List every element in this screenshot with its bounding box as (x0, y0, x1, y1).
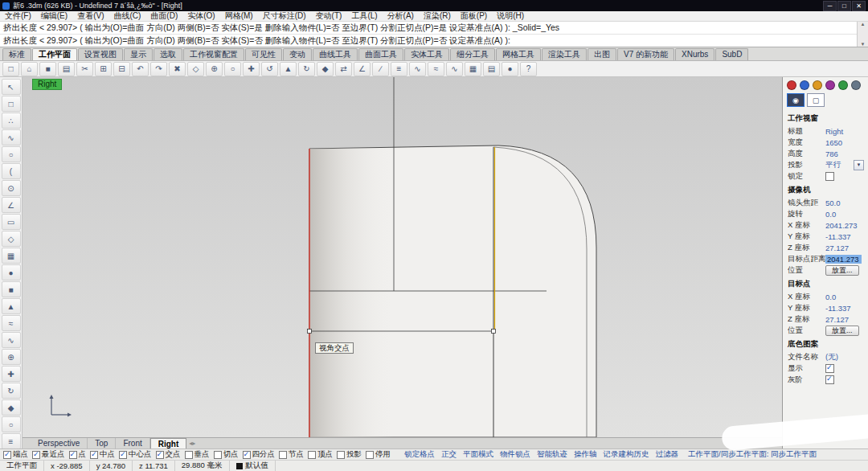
osnap-item[interactable]: 中点 (90, 449, 115, 460)
zoom-icon[interactable]: ○ (2, 416, 21, 432)
toolbar-tab[interactable]: 工作视窗配置 (183, 48, 244, 60)
osnap-checkbox[interactable] (3, 451, 11, 459)
osnap-checkbox[interactable] (366, 451, 374, 459)
osnap-checkbox[interactable] (279, 451, 287, 459)
status-toggle[interactable]: 过滤器 (656, 449, 679, 460)
toolbar-tab[interactable]: 渲染工具 (542, 48, 587, 60)
osnap-item[interactable]: 最近点 (32, 449, 65, 460)
menu-item[interactable]: 渲染(R) (419, 11, 456, 21)
target-distance-value[interactable]: 2041.273 (825, 255, 862, 264)
lens-length-value[interactable]: 50.0 (825, 199, 868, 207)
scale-icon[interactable]: ◆ (317, 62, 334, 76)
target-y-value[interactable]: -11.337 (825, 304, 868, 313)
camera-place-button[interactable]: 放置... (825, 265, 859, 276)
rotate-tool-icon[interactable]: ↻ (2, 383, 21, 399)
command-area[interactable]: 挤出长度 < 29.907> ( 输出为(O)=曲面 方向(D) 两侧(B)=否… (0, 22, 868, 47)
layer-indicator[interactable]: 默认值 (230, 461, 276, 471)
menu-item[interactable]: 面板(P) (456, 11, 492, 21)
osnap-checkbox[interactable] (337, 451, 345, 459)
status-toggle[interactable]: 正交 (441, 449, 457, 460)
osnap-checkbox[interactable] (243, 451, 251, 459)
osnap-checkbox[interactable] (308, 451, 316, 459)
locked-checkbox[interactable] (825, 172, 834, 181)
osnap-item[interactable]: 端点 (3, 449, 28, 460)
status-toggle[interactable]: 物件锁点 (500, 449, 530, 460)
osnap-checkbox[interactable] (156, 451, 164, 459)
menu-item[interactable]: 分析(A) (383, 11, 419, 21)
curve-icon[interactable]: ∿ (2, 129, 21, 145)
layers-icon[interactable] (800, 80, 809, 90)
rotation-value[interactable]: 0.0 (825, 210, 868, 219)
toolbar-tab[interactable]: 显示 (124, 48, 153, 60)
fillet-surface-icon[interactable]: ∿ (2, 332, 21, 348)
wallpaper-gray-checkbox[interactable] (825, 375, 834, 384)
rotate-icon[interactable]: ↻ (298, 62, 315, 76)
osnap-item[interactable]: 顶点 (308, 449, 333, 460)
toolbar-tab[interactable]: V7 的新功能 (617, 48, 674, 60)
toolbar-tab[interactable]: 标准 (2, 48, 31, 60)
menu-item[interactable]: 尺寸标注(D) (258, 11, 311, 21)
viewport-tab-grip[interactable]: ◂▸ (186, 438, 198, 448)
viewport-tab-perspective[interactable]: Perspective (31, 438, 88, 448)
status-toggle[interactable]: 锁定格点 (404, 449, 435, 460)
toolbar-tab[interactable]: XNurbs (675, 48, 714, 60)
join-icon[interactable]: ≡ (391, 62, 407, 76)
new-file-icon[interactable]: □ (2, 62, 19, 76)
menu-item[interactable]: 说明(H) (492, 11, 529, 21)
viewport-tab-top[interactable]: Top (88, 438, 116, 448)
camera-x-value[interactable]: 2041.273 (825, 221, 868, 230)
viewport-tab-right[interactable]: Right (150, 438, 187, 448)
select-icon[interactable]: ↖ (2, 79, 21, 95)
layers-icon[interactable]: ▤ (483, 62, 500, 76)
rendering-icon[interactable] (838, 80, 848, 90)
wallpaper-show-checkbox[interactable] (825, 364, 834, 373)
move-icon[interactable]: ▲ (280, 62, 297, 76)
pan-view-icon[interactable]: ✚ (243, 62, 260, 76)
osnap-checkbox[interactable] (32, 451, 40, 459)
osnap-item[interactable]: 投影 (337, 449, 362, 460)
menu-item[interactable]: 编辑(E) (36, 11, 72, 21)
materials-icon[interactable] (825, 80, 835, 90)
toolbar-tab[interactable]: 工作平面 (32, 48, 77, 60)
display-icon[interactable] (813, 80, 822, 90)
delete-icon[interactable]: ✖ (169, 62, 186, 76)
viewport-width-value[interactable]: 1650 (825, 138, 868, 147)
status-toggle[interactable]: 记录建构历史 (604, 449, 649, 460)
chevron-down-icon[interactable]: ▼ (854, 160, 864, 170)
extrude-icon[interactable]: ▲ (2, 298, 21, 314)
status-toggle[interactable]: 操作轴 (574, 449, 597, 460)
toolbar-tab[interactable]: 选取 (154, 48, 182, 60)
maximize-button[interactable]: □ (837, 1, 851, 11)
osnap-item[interactable]: 中心点 (119, 449, 152, 460)
save-file-icon[interactable]: ■ (39, 62, 56, 76)
polyline-icon[interactable]: ∠ (2, 197, 21, 213)
close-button[interactable]: ✕ (852, 1, 866, 11)
boolean-icon[interactable]: ⊕ (2, 349, 21, 365)
scroll-down-icon[interactable]: ▼ (861, 42, 866, 47)
toolbar-tab[interactable]: 曲面工具 (358, 48, 403, 60)
toolbar-tab[interactable]: 设置视图 (78, 48, 123, 60)
toolbar-tab[interactable]: 曲线工具 (313, 48, 358, 60)
status-toggle[interactable]: 平面模式 (463, 449, 493, 460)
menu-item[interactable]: 曲线(C) (108, 11, 145, 21)
curve-tool-icon[interactable]: ∿ (446, 62, 463, 76)
toolbar-tab[interactable]: 细分工具 (450, 48, 495, 60)
osnap-checkbox[interactable] (90, 451, 98, 459)
help-panel-icon[interactable] (851, 80, 861, 90)
fillet-icon[interactable]: ∿ (409, 62, 426, 76)
move-tool-icon[interactable]: ✚ (2, 366, 21, 382)
toolbar-tab[interactable]: 可见性 (245, 48, 282, 60)
camera-icon[interactable]: ◉ (787, 93, 805, 107)
control-point-right[interactable] (492, 330, 496, 334)
command-scrollbar[interactable]: ▲▼ (857, 22, 868, 47)
help-icon[interactable]: ? (520, 62, 537, 76)
toolbar-tab[interactable]: 网格工具 (496, 48, 541, 60)
osnap-item[interactable]: 四分点 (243, 449, 276, 460)
camera-z-value[interactable]: 27.127 (825, 244, 868, 252)
target-x-value[interactable]: 0.0 (825, 293, 868, 301)
viewport-title-label[interactable]: Right (32, 79, 62, 90)
viewport-height-value[interactable]: 786 (825, 149, 868, 158)
redo-icon[interactable]: ↷ (150, 62, 167, 76)
osnap-item[interactable]: 节点 (279, 449, 304, 460)
surface-icon[interactable]: ▦ (2, 248, 21, 264)
